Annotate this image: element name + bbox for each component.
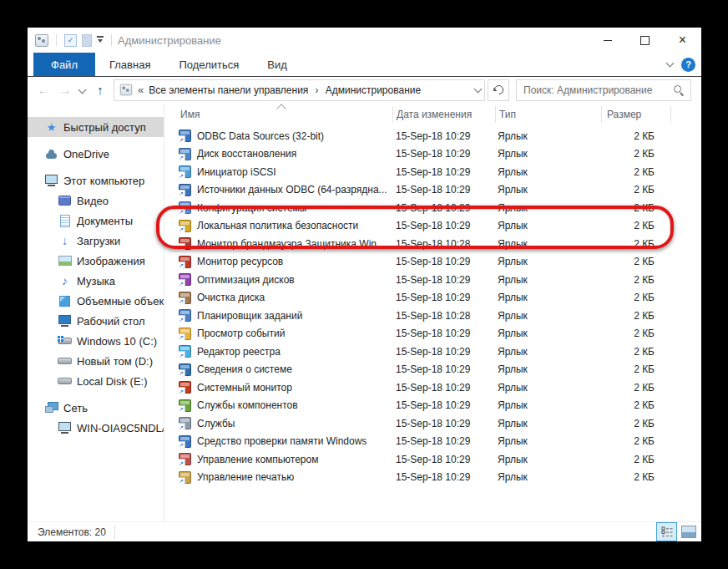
sidebar-item[interactable]: Быстрый доступ bbox=[28, 117, 164, 137]
back-button[interactable]: ← bbox=[34, 84, 53, 96]
table-row[interactable]: ↗ Службы 15-Sep-18 10:29 Ярлык 2 КБ bbox=[164, 414, 701, 433]
breadcrumb-item[interactable]: Все элементы панели управления bbox=[149, 84, 308, 96]
shortcut-file-icon: ↗ bbox=[179, 165, 191, 178]
column-header-row: Имя Дата изменения Тип Размер bbox=[164, 104, 701, 125]
file-size: 2 КБ bbox=[599, 238, 655, 250]
sidebar-item[interactable]: Документы bbox=[28, 211, 164, 231]
table-row[interactable]: ↗ Монитор ресурсов 15-Sep-18 10:29 Ярлык… bbox=[164, 253, 701, 272]
view-toggle-buttons bbox=[656, 522, 698, 541]
close-button[interactable]: × bbox=[664, 28, 701, 53]
details-view-button[interactable] bbox=[656, 522, 677, 541]
table-row[interactable]: ↗ Диск восстановления 15-Sep-18 10:29 Яр… bbox=[164, 145, 701, 164]
navigation-bar: ← → ↑ « Все элементы панели управления ›… bbox=[28, 77, 701, 103]
shortcut-arrow-icon: ↗ bbox=[179, 280, 185, 286]
table-row[interactable]: ↗ Управление печатью 15-Sep-18 10:29 Ярл… bbox=[164, 469, 701, 487]
forward-button[interactable]: → bbox=[56, 84, 74, 96]
table-row[interactable]: ↗ Инициатор iSCSI 15-Sep-18 10:29 Ярлык … bbox=[164, 163, 701, 181]
ribbon-tab[interactable]: Поделиться bbox=[164, 53, 253, 76]
table-row[interactable]: ↗ ODBC Data Sources (32-bit) 15-Sep-18 1… bbox=[164, 127, 701, 145]
recent-locations-chevron-icon[interactable] bbox=[78, 86, 87, 94]
column-header-label: Размер bbox=[607, 109, 641, 120]
column-header-size[interactable]: Размер bbox=[602, 106, 671, 123]
table-row[interactable]: ↗ Планировщик заданий 15-Sep-18 10:28 Яр… bbox=[164, 307, 701, 325]
file-date: 15-Sep-18 10:29 bbox=[392, 435, 494, 447]
table-row[interactable]: ↗ Локальная политика безопасности 15-Sep… bbox=[164, 217, 701, 236]
sidebar-item[interactable]: Загрузки bbox=[28, 231, 164, 251]
table-row[interactable]: ↗ Сведения о системе 15-Sep-18 10:29 Ярл… bbox=[164, 361, 701, 379]
sidebar-item[interactable]: Изображения bbox=[28, 251, 164, 271]
sidebar-item[interactable]: Windows 10 (C:) bbox=[28, 331, 164, 351]
file-size: 2 КБ bbox=[599, 471, 655, 483]
table-row[interactable]: ↗ Управление компьютером 15-Sep-18 10:29… bbox=[164, 450, 701, 469]
table-row[interactable]: ↗ Источники данных ODBC (64-разрядна... … bbox=[164, 181, 701, 200]
sidebar-item[interactable]: Объемные объекты bbox=[28, 291, 164, 311]
sidebar-item[interactable]: Новый том (D:) bbox=[28, 351, 164, 371]
sidebar-item-label: Видео bbox=[77, 195, 109, 207]
file-name-cell: ↗ Локальная политика безопасности bbox=[179, 220, 392, 232]
sidebar-item[interactable]: WIN-OIA9C5NDLAN bbox=[28, 418, 164, 438]
column-header-type[interactable]: Тип bbox=[496, 106, 602, 123]
file-name-cell: ↗ Просмотр событий bbox=[179, 328, 392, 340]
shortcut-file-icon: ↗ bbox=[179, 184, 191, 196]
sidebar-item[interactable]: Рабочий стол bbox=[28, 311, 164, 331]
address-dropdown-chevron-icon[interactable] bbox=[474, 84, 483, 93]
shortcut-arrow-icon: ↗ bbox=[179, 442, 185, 448]
shortcut-arrow-icon: ↗ bbox=[179, 388, 185, 394]
sidebar-item[interactable]: Видео bbox=[28, 191, 164, 211]
sidebar-item-label: Сеть bbox=[63, 402, 88, 414]
sidebar-item[interactable]: Сеть bbox=[28, 398, 164, 418]
this-pc-monitor-icon bbox=[44, 174, 58, 187]
checkbox-icon[interactable] bbox=[64, 34, 77, 47]
large-icons-view-button[interactable] bbox=[681, 526, 696, 538]
table-row[interactable]: ↗ Средство проверки памяти Windows 15-Se… bbox=[164, 433, 701, 451]
collapse-ribbon-chevron-icon[interactable] bbox=[666, 59, 675, 68]
refresh-button[interactable] bbox=[488, 79, 509, 101]
table-row[interactable]: ↗ Редактор реестра 15-Sep-18 10:29 Ярлык… bbox=[164, 343, 701, 361]
sidebar-item[interactable]: Музыка bbox=[28, 271, 164, 291]
table-row[interactable]: ↗ Просмотр событий 15-Sep-18 10:29 Ярлык… bbox=[164, 325, 701, 343]
search-icon[interactable] bbox=[673, 84, 685, 96]
sidebar-item-label: Этот компьютер bbox=[63, 175, 144, 187]
table-row[interactable]: ↗ Конфигурация системы 15-Sep-18 10:29 Я… bbox=[164, 199, 701, 217]
sidebar-item[interactable]: Этот компьютер bbox=[28, 170, 164, 191]
ribbon-tab[interactable]: Файл bbox=[33, 53, 95, 76]
search-box[interactable] bbox=[516, 79, 691, 101]
table-row[interactable]: ↗ Службы компонентов 15-Sep-18 10:29 Ярл… bbox=[164, 397, 701, 415]
address-bar[interactable]: « Все элементы панели управления › Админ… bbox=[114, 79, 485, 101]
breadcrumb-prefix[interactable]: « bbox=[138, 84, 144, 96]
file-type: Ярлык bbox=[494, 292, 599, 303]
screenshot-matte: Администрирование × Файл Главная Поделит… bbox=[0, 0, 728, 569]
sidebar-item[interactable]: Local Disk (E:) bbox=[28, 371, 164, 391]
ribbon-tab[interactable]: Вид bbox=[253, 53, 301, 76]
table-row[interactable]: ↗ Очистка диска 15-Sep-18 10:29 Ярлык 2 … bbox=[164, 289, 701, 307]
minimize-button[interactable] bbox=[589, 28, 626, 53]
shortcut-file-icon: ↗ bbox=[179, 363, 191, 376]
shortcut-arrow-icon: ↗ bbox=[179, 244, 185, 250]
sidebar-item[interactable]: OneDrive bbox=[28, 144, 164, 164]
shortcut-file-icon: ↗ bbox=[179, 220, 191, 232]
shortcut-arrow-icon: ↗ bbox=[179, 352, 185, 358]
table-row[interactable]: ↗ Системный монитор 15-Sep-18 10:29 Ярлы… bbox=[164, 378, 701, 397]
file-name-cell: ↗ Службы bbox=[179, 417, 392, 429]
up-button[interactable]: ↑ bbox=[90, 84, 110, 96]
breadcrumb-item[interactable]: Администрирование bbox=[326, 84, 421, 96]
ribbon-tab[interactable]: Главная bbox=[95, 53, 164, 76]
sidebar-item-label: Изображения bbox=[77, 255, 145, 267]
window-title: Администрирование bbox=[118, 34, 221, 47]
maximize-button[interactable] bbox=[626, 28, 664, 53]
sidebar-item-label: Быстрый доступ bbox=[63, 121, 146, 134]
shortcut-file-icon: ↗ bbox=[179, 130, 191, 142]
column-header-date[interactable]: Дата изменения bbox=[393, 106, 496, 123]
sidebar-item-label: Объемные объекты bbox=[77, 295, 164, 307]
drive-icon bbox=[58, 354, 72, 368]
file-icon[interactable] bbox=[82, 34, 92, 47]
table-row[interactable]: ↗ Оптимизация дисков 15-Sep-18 10:29 Ярл… bbox=[164, 271, 701, 289]
file-name: Сведения о системе bbox=[197, 363, 292, 375]
customize-caret-icon[interactable] bbox=[97, 36, 104, 45]
downloads-icon bbox=[58, 234, 72, 247]
search-input[interactable] bbox=[517, 84, 673, 96]
help-button[interactable]: ? bbox=[681, 58, 695, 72]
table-row[interactable]: ↗ Монитор брандмауэра Защитника Win... 1… bbox=[164, 235, 701, 253]
navigation-pane: Быстрый доступ OneDrive Этот компьютер В… bbox=[28, 103, 164, 521]
shortcut-file-icon: ↗ bbox=[179, 471, 191, 484]
